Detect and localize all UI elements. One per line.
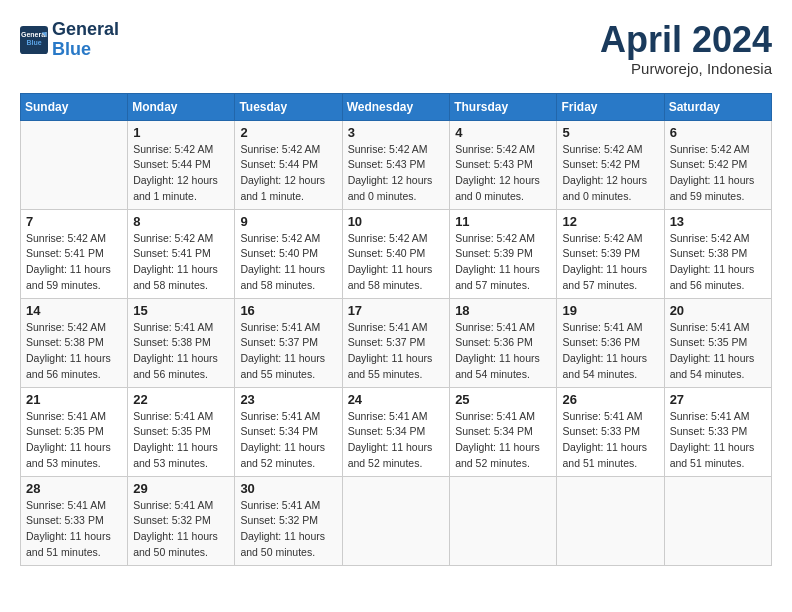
- calendar-cell: 17Sunrise: 5:41 AMSunset: 5:37 PMDayligh…: [342, 298, 450, 387]
- calendar-cell: 12Sunrise: 5:42 AMSunset: 5:39 PMDayligh…: [557, 209, 664, 298]
- calendar-cell: 5Sunrise: 5:42 AMSunset: 5:42 PMDaylight…: [557, 120, 664, 209]
- calendar-cell: 19Sunrise: 5:41 AMSunset: 5:36 PMDayligh…: [557, 298, 664, 387]
- day-number: 23: [240, 392, 336, 407]
- day-number: 8: [133, 214, 229, 229]
- calendar-week-row: 7Sunrise: 5:42 AMSunset: 5:41 PMDaylight…: [21, 209, 772, 298]
- day-info: Sunrise: 5:41 AMSunset: 5:32 PMDaylight:…: [240, 498, 336, 561]
- calendar-week-row: 1Sunrise: 5:42 AMSunset: 5:44 PMDaylight…: [21, 120, 772, 209]
- logo: General Blue General Blue: [20, 20, 119, 60]
- weekday-header-friday: Friday: [557, 93, 664, 120]
- calendar-cell: 14Sunrise: 5:42 AMSunset: 5:38 PMDayligh…: [21, 298, 128, 387]
- day-info: Sunrise: 5:41 AMSunset: 5:37 PMDaylight:…: [240, 320, 336, 383]
- calendar-cell: 13Sunrise: 5:42 AMSunset: 5:38 PMDayligh…: [664, 209, 771, 298]
- calendar-cell: 8Sunrise: 5:42 AMSunset: 5:41 PMDaylight…: [128, 209, 235, 298]
- weekday-header-monday: Monday: [128, 93, 235, 120]
- day-number: 1: [133, 125, 229, 140]
- day-info: Sunrise: 5:41 AMSunset: 5:33 PMDaylight:…: [562, 409, 658, 472]
- calendar-cell: 6Sunrise: 5:42 AMSunset: 5:42 PMDaylight…: [664, 120, 771, 209]
- day-number: 3: [348, 125, 445, 140]
- calendar-cell: 21Sunrise: 5:41 AMSunset: 5:35 PMDayligh…: [21, 387, 128, 476]
- calendar-cell: 2Sunrise: 5:42 AMSunset: 5:44 PMDaylight…: [235, 120, 342, 209]
- day-info: Sunrise: 5:42 AMSunset: 5:41 PMDaylight:…: [26, 231, 122, 294]
- weekday-header-sunday: Sunday: [21, 93, 128, 120]
- day-number: 22: [133, 392, 229, 407]
- day-number: 13: [670, 214, 766, 229]
- page-header: General Blue General Blue April 2024 Pur…: [20, 20, 772, 77]
- day-number: 27: [670, 392, 766, 407]
- calendar-cell: 24Sunrise: 5:41 AMSunset: 5:34 PMDayligh…: [342, 387, 450, 476]
- day-info: Sunrise: 5:42 AMSunset: 5:44 PMDaylight:…: [133, 142, 229, 205]
- day-number: 16: [240, 303, 336, 318]
- calendar-cell: [557, 476, 664, 565]
- calendar-table: SundayMondayTuesdayWednesdayThursdayFrid…: [20, 93, 772, 566]
- calendar-cell: 18Sunrise: 5:41 AMSunset: 5:36 PMDayligh…: [450, 298, 557, 387]
- day-info: Sunrise: 5:42 AMSunset: 5:40 PMDaylight:…: [240, 231, 336, 294]
- calendar-cell: [450, 476, 557, 565]
- day-info: Sunrise: 5:42 AMSunset: 5:41 PMDaylight:…: [133, 231, 229, 294]
- day-info: Sunrise: 5:41 AMSunset: 5:34 PMDaylight:…: [455, 409, 551, 472]
- day-info: Sunrise: 5:42 AMSunset: 5:42 PMDaylight:…: [670, 142, 766, 205]
- day-number: 6: [670, 125, 766, 140]
- day-info: Sunrise: 5:42 AMSunset: 5:44 PMDaylight:…: [240, 142, 336, 205]
- day-number: 25: [455, 392, 551, 407]
- day-number: 11: [455, 214, 551, 229]
- day-number: 14: [26, 303, 122, 318]
- day-info: Sunrise: 5:42 AMSunset: 5:39 PMDaylight:…: [562, 231, 658, 294]
- day-info: Sunrise: 5:42 AMSunset: 5:39 PMDaylight:…: [455, 231, 551, 294]
- day-info: Sunrise: 5:42 AMSunset: 5:38 PMDaylight:…: [670, 231, 766, 294]
- day-info: Sunrise: 5:42 AMSunset: 5:40 PMDaylight:…: [348, 231, 445, 294]
- day-info: Sunrise: 5:42 AMSunset: 5:43 PMDaylight:…: [348, 142, 445, 205]
- calendar-cell: [342, 476, 450, 565]
- day-number: 19: [562, 303, 658, 318]
- day-info: Sunrise: 5:42 AMSunset: 5:42 PMDaylight:…: [562, 142, 658, 205]
- calendar-week-row: 14Sunrise: 5:42 AMSunset: 5:38 PMDayligh…: [21, 298, 772, 387]
- calendar-cell: 1Sunrise: 5:42 AMSunset: 5:44 PMDaylight…: [128, 120, 235, 209]
- calendar-cell: 7Sunrise: 5:42 AMSunset: 5:41 PMDaylight…: [21, 209, 128, 298]
- calendar-cell: [21, 120, 128, 209]
- day-info: Sunrise: 5:41 AMSunset: 5:36 PMDaylight:…: [455, 320, 551, 383]
- day-number: 26: [562, 392, 658, 407]
- day-number: 28: [26, 481, 122, 496]
- day-number: 21: [26, 392, 122, 407]
- day-number: 30: [240, 481, 336, 496]
- weekday-header-tuesday: Tuesday: [235, 93, 342, 120]
- title-block: April 2024 Purworejo, Indonesia: [600, 20, 772, 77]
- calendar-cell: 29Sunrise: 5:41 AMSunset: 5:32 PMDayligh…: [128, 476, 235, 565]
- calendar-cell: 27Sunrise: 5:41 AMSunset: 5:33 PMDayligh…: [664, 387, 771, 476]
- calendar-week-row: 28Sunrise: 5:41 AMSunset: 5:33 PMDayligh…: [21, 476, 772, 565]
- day-number: 17: [348, 303, 445, 318]
- day-number: 10: [348, 214, 445, 229]
- logo-icon: General Blue: [20, 26, 48, 54]
- day-info: Sunrise: 5:41 AMSunset: 5:33 PMDaylight:…: [26, 498, 122, 561]
- calendar-cell: 9Sunrise: 5:42 AMSunset: 5:40 PMDaylight…: [235, 209, 342, 298]
- logo-text: General Blue: [52, 20, 119, 60]
- weekday-header-saturday: Saturday: [664, 93, 771, 120]
- calendar-cell: 16Sunrise: 5:41 AMSunset: 5:37 PMDayligh…: [235, 298, 342, 387]
- day-number: 15: [133, 303, 229, 318]
- day-info: Sunrise: 5:41 AMSunset: 5:34 PMDaylight:…: [348, 409, 445, 472]
- calendar-subtitle: Purworejo, Indonesia: [600, 60, 772, 77]
- calendar-title: April 2024: [600, 20, 772, 60]
- svg-text:Blue: Blue: [26, 39, 41, 46]
- calendar-cell: 3Sunrise: 5:42 AMSunset: 5:43 PMDaylight…: [342, 120, 450, 209]
- weekday-header-thursday: Thursday: [450, 93, 557, 120]
- weekday-header-row: SundayMondayTuesdayWednesdayThursdayFrid…: [21, 93, 772, 120]
- day-number: 24: [348, 392, 445, 407]
- calendar-cell: 10Sunrise: 5:42 AMSunset: 5:40 PMDayligh…: [342, 209, 450, 298]
- day-number: 20: [670, 303, 766, 318]
- day-info: Sunrise: 5:41 AMSunset: 5:35 PMDaylight:…: [26, 409, 122, 472]
- day-info: Sunrise: 5:41 AMSunset: 5:34 PMDaylight:…: [240, 409, 336, 472]
- day-number: 2: [240, 125, 336, 140]
- calendar-cell: 4Sunrise: 5:42 AMSunset: 5:43 PMDaylight…: [450, 120, 557, 209]
- day-number: 5: [562, 125, 658, 140]
- day-number: 7: [26, 214, 122, 229]
- calendar-cell: 25Sunrise: 5:41 AMSunset: 5:34 PMDayligh…: [450, 387, 557, 476]
- day-info: Sunrise: 5:41 AMSunset: 5:37 PMDaylight:…: [348, 320, 445, 383]
- day-number: 4: [455, 125, 551, 140]
- calendar-cell: 20Sunrise: 5:41 AMSunset: 5:35 PMDayligh…: [664, 298, 771, 387]
- day-number: 18: [455, 303, 551, 318]
- weekday-header-wednesday: Wednesday: [342, 93, 450, 120]
- calendar-cell: 28Sunrise: 5:41 AMSunset: 5:33 PMDayligh…: [21, 476, 128, 565]
- day-info: Sunrise: 5:41 AMSunset: 5:32 PMDaylight:…: [133, 498, 229, 561]
- day-number: 12: [562, 214, 658, 229]
